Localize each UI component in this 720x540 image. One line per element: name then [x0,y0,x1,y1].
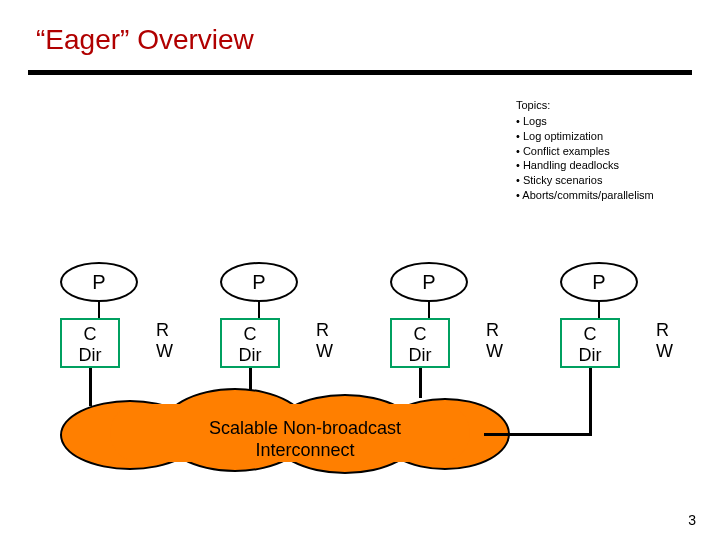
connector-line [258,302,260,318]
processor-oval: P [390,262,468,302]
topics-block: Topics: • Logs • Log optimization • Conf… [516,98,654,203]
rw-label: R W [486,320,503,362]
processor-oval: P [60,262,138,302]
topics-item: • Sticky scenarios [516,173,654,188]
connector-line [89,368,92,406]
dir-label: Dir [62,345,118,366]
topics-item-label: Conflict examples [523,145,610,157]
topics-item-label: Logs [523,115,547,127]
topics-item: • Aborts/commits/parallelism [516,188,654,203]
rw-label: R W [156,320,173,362]
processor-label: P [422,271,435,294]
connector-line [598,302,600,318]
node: P C Dir R W [60,262,138,368]
cache-dir-box: C Dir [560,318,620,368]
topics-item: • Logs [516,114,654,129]
interconnect-label-line: Scalable Non-broadcast [120,418,490,440]
title-rule [28,70,692,75]
interconnect-label-line: Interconnect [120,440,490,462]
connector-line [589,368,592,434]
topics-item-label: Sticky scenarios [523,174,602,186]
interconnect-cloud: Scalable Non-broadcast Interconnect [120,394,490,484]
rw-label: R W [316,320,333,362]
topics-item: • Handling deadlocks [516,158,654,173]
interconnect-label: Scalable Non-broadcast Interconnect [120,418,490,461]
node: P C Dir R W [390,262,468,368]
topics-item-label: Log optimization [523,130,603,142]
cache-label: C [562,324,618,345]
processor-label: P [92,271,105,294]
page-number: 3 [688,512,696,528]
dir-label: Dir [392,345,448,366]
cache-dir-box: C Dir [390,318,450,368]
dir-label: Dir [222,345,278,366]
topics-item-label: Aborts/commits/parallelism [522,189,653,201]
node: P C Dir R W [220,262,298,368]
topics-item: • Log optimization [516,129,654,144]
connector-line [428,302,430,318]
processor-label: P [592,271,605,294]
processor-label: P [252,271,265,294]
topics-item-label: Handling deadlocks [523,159,619,171]
cache-label: C [392,324,448,345]
slide-title: “Eager” Overview [36,24,254,56]
processor-oval: P [560,262,638,302]
cache-dir-box: C Dir [220,318,280,368]
connector-line [98,302,100,318]
cache-label: C [62,324,118,345]
topics-header: Topics: [516,98,654,113]
dir-label: Dir [562,345,618,366]
connector-line [484,433,592,436]
cache-label: C [222,324,278,345]
processor-oval: P [220,262,298,302]
cache-dir-box: C Dir [60,318,120,368]
rw-label: R W [656,320,673,362]
node: P C Dir R W [560,262,638,368]
topics-item: • Conflict examples [516,144,654,159]
